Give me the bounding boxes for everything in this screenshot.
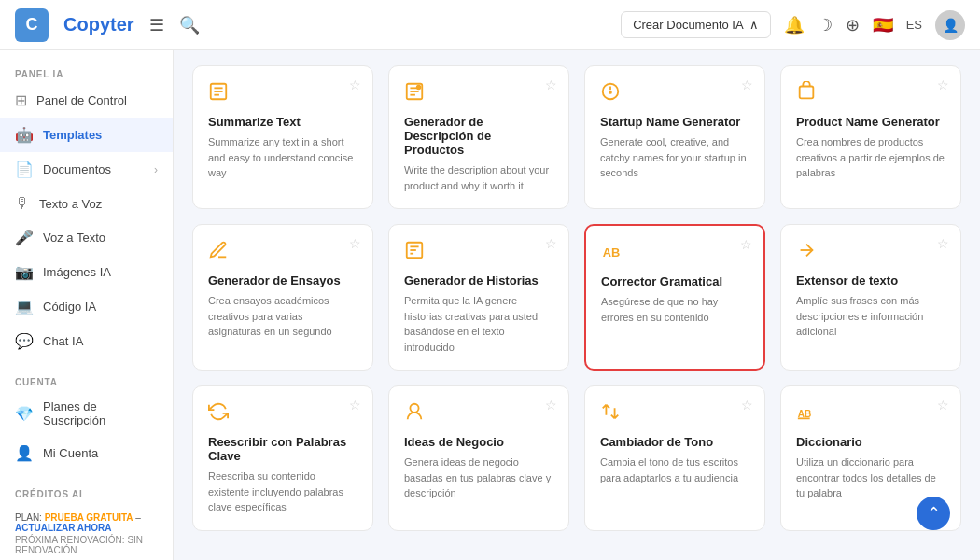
- sidebar-item-imagenes-ia[interactable]: 📷 Imágenes IA: [0, 255, 173, 289]
- sidebar-item-planes[interactable]: 💎 Planes de Suscripción: [0, 391, 173, 436]
- card-title-corrector-gramatical: Corrector Gramatical: [601, 274, 749, 288]
- card-icon-summarize-text: [208, 81, 357, 107]
- card-icon-generador-ensayos: [208, 240, 357, 266]
- user-icon: 👤: [15, 444, 34, 462]
- diamond-icon: 💎: [15, 405, 34, 423]
- card-generador-ensayos[interactable]: ☆ Generador de Ensayos Crea ensayos acad…: [192, 224, 373, 371]
- menu-icon[interactable]: ☰: [149, 15, 164, 35]
- card-icon-cambiador-tono: [600, 401, 749, 427]
- search-icon[interactable]: 🔍: [179, 15, 200, 35]
- camera-icon: 📷: [15, 263, 34, 281]
- chevron-right-icon: ›: [154, 163, 158, 176]
- card-cambiador-tono[interactable]: ☆ Cambiador de Tono Cambia el tono de tu…: [584, 385, 765, 531]
- card-generador-descripcion[interactable]: ☆ Generador de Descripción de Productos …: [388, 65, 569, 209]
- code-icon: 💻: [15, 298, 34, 315]
- card-desc-diccionario: Utiliza un diccionario para encontrar to…: [796, 455, 945, 501]
- sidebar-label-documentos: Documentos: [43, 162, 111, 176]
- scroll-top-button[interactable]: ⌃: [917, 497, 950, 530]
- card-icon-product-name: [796, 81, 945, 107]
- card-corrector-gramatical[interactable]: AB ☆ Corrector Gramatical Asegúrese de q…: [584, 224, 765, 371]
- sidebar-label-planes: Planes de Suscripción: [43, 399, 158, 427]
- mic-icon: 🎙: [15, 195, 30, 212]
- card-star-summarize-text[interactable]: ☆: [349, 77, 361, 92]
- sidebar-label-codigo-ia: Código IA: [43, 300, 96, 314]
- card-star-generador-ensayos[interactable]: ☆: [349, 236, 361, 251]
- card-star-extensor-texto[interactable]: ☆: [937, 236, 949, 251]
- card-desc-summarize-text: Summarize any text in a short and easy t…: [208, 134, 357, 181]
- card-title-reescribir: Reescribir con Palabras Clave: [208, 435, 357, 463]
- svg-rect-12: [800, 87, 814, 99]
- card-star-reescribir[interactable]: ☆: [349, 398, 361, 413]
- sidebar-item-texto-a-voz[interactable]: 🎙 Texto a Voz: [0, 187, 173, 220]
- sidebar-label-panel-control: Panel de Control: [36, 93, 127, 107]
- logo-letter: C: [26, 15, 38, 35]
- sidebar-item-voz-a-texto[interactable]: 🎤 Voz a Texto: [0, 220, 173, 255]
- mic2-icon: 🎤: [15, 229, 34, 246]
- sidebar-section-cuenta: CUENTA: [0, 370, 173, 391]
- cards-grid: ☆ Summarize Text Summarize any text in a…: [192, 65, 961, 531]
- main-layout: PANEL IA ⊞ Panel de Control 🤖 Templates …: [0, 50, 980, 560]
- sidebar-label-imagenes-ia: Imágenes IA: [43, 265, 111, 279]
- card-desc-startup-name: Generate cool, creative, and catchy name…: [600, 134, 749, 181]
- renov-line: PRÓXIMA RENOVACIÓN: SIN RENOVACIÓN: [15, 535, 158, 555]
- sidebar-item-documentos[interactable]: 📄 Documentos ›: [0, 152, 173, 187]
- header-right: Crear Documento IA ∧ 🔔 ☽ ⊕ 🇪🇸 ES 👤: [621, 10, 965, 40]
- sidebar-item-chat-ia[interactable]: 💬 Chat IA: [0, 324, 173, 358]
- svg-point-8: [416, 85, 422, 91]
- card-star-startup-name[interactable]: ☆: [741, 77, 753, 92]
- card-ideas-negocio[interactable]: ☆ Ideas de Negocio Genera ideas de negoc…: [388, 385, 569, 531]
- plan-prefix: PLAN:: [15, 512, 42, 523]
- fullscreen-icon[interactable]: ⊕: [846, 15, 860, 35]
- card-desc-generador-descripcion: Write the description about your product…: [404, 162, 553, 193]
- logo-box: C: [15, 8, 49, 42]
- chat-icon: 💬: [15, 332, 34, 350]
- card-title-startup-name: Startup Name Generator: [600, 115, 749, 129]
- card-title-product-name: Product Name Generator: [796, 115, 945, 129]
- sidebar-item-mi-cuenta[interactable]: 👤 Mi Cuenta: [0, 436, 173, 470]
- card-star-generador-descripcion[interactable]: ☆: [545, 77, 557, 92]
- grid-icon: ⊞: [15, 91, 27, 109]
- sidebar-label-texto-a-voz: Texto a Voz: [39, 197, 102, 211]
- card-desc-generador-historias: Permita que la IA genere historias creat…: [404, 293, 553, 355]
- sidebar-bottom: PLAN: PRUEBA GRATUITA – ACTUALIZAR AHORA…: [0, 503, 173, 560]
- header-left: C Copyter ☰ 🔍: [15, 8, 200, 42]
- sidebar-item-templates[interactable]: 🤖 Templates: [0, 118, 173, 152]
- bell-icon[interactable]: 🔔: [784, 15, 805, 35]
- chevron-up-icon: ∧: [749, 18, 759, 32]
- card-startup-name[interactable]: ☆ Startup Name Generator Generate cool, …: [584, 65, 765, 209]
- sidebar-label-templates: Templates: [43, 128, 102, 142]
- flag-icon: 🇪🇸: [873, 15, 893, 35]
- card-star-diccionario[interactable]: ☆: [937, 398, 949, 413]
- card-star-corrector-gramatical[interactable]: ☆: [740, 237, 752, 252]
- card-star-ideas-negocio[interactable]: ☆: [545, 398, 557, 413]
- logo-name: Copyter: [63, 14, 134, 35]
- avatar[interactable]: 👤: [935, 10, 965, 40]
- plan-upgrade-link[interactable]: ACTUALIZAR AHORA: [15, 523, 112, 533]
- card-star-product-name[interactable]: ☆: [937, 77, 949, 92]
- sidebar-label-voz-a-texto: Voz a Texto: [43, 231, 105, 245]
- card-summarize-text[interactable]: ☆ Summarize Text Summarize any text in a…: [192, 65, 373, 209]
- card-product-name[interactable]: ☆ Product Name Generator Crea nombres de…: [780, 65, 961, 209]
- sidebar-item-codigo-ia[interactable]: 💻 Código IA: [0, 289, 173, 324]
- card-icon-diccionario: AB: [796, 401, 945, 427]
- card-extensor-texto[interactable]: ☆ Extensor de texto Amplíe sus frases co…: [780, 224, 961, 371]
- card-desc-product-name: Crea nombres de productos creativos a pa…: [796, 134, 945, 181]
- card-title-diccionario: Diccionario: [796, 435, 945, 449]
- plan-sep: –: [135, 512, 141, 523]
- card-desc-extensor-texto: Amplíe sus frases con más descripciones …: [796, 293, 945, 340]
- card-generador-historias[interactable]: ☆ Generador de Historias Permita que la …: [388, 224, 569, 371]
- moon-icon[interactable]: ☽: [818, 15, 833, 35]
- card-reescribir[interactable]: ☆ Reescribir con Palabras Clave Reescrib…: [192, 385, 373, 531]
- crear-documento-button[interactable]: Crear Documento IA ∧: [621, 11, 771, 38]
- card-title-generador-descripcion: Generador de Descripción de Productos: [404, 115, 553, 157]
- plan-free-link[interactable]: PRUEBA GRATUITA: [45, 512, 133, 523]
- card-icon-ideas-negocio: [404, 401, 553, 427]
- card-icon-corrector-gramatical: AB: [601, 241, 749, 267]
- card-star-cambiador-tono[interactable]: ☆: [741, 398, 753, 413]
- svg-point-18: [410, 404, 418, 413]
- card-title-extensor-texto: Extensor de texto: [796, 273, 945, 287]
- sidebar-item-panel-control[interactable]: ⊞ Panel de Control: [0, 83, 173, 118]
- svg-text:AB: AB: [798, 409, 812, 419]
- card-desc-generador-ensayos: Crea ensayos académicos creativos para v…: [208, 293, 357, 340]
- card-star-generador-historias[interactable]: ☆: [545, 236, 557, 251]
